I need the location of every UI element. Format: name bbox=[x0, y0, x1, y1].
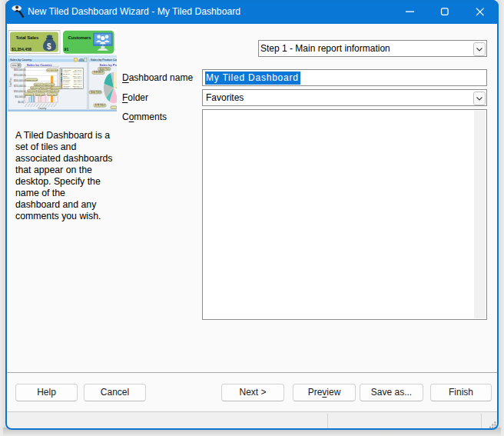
svg-text:$55,334.1: $55,334.1 bbox=[32, 87, 41, 89]
svg-text:$150,000.00: $150,000.00 bbox=[14, 85, 26, 88]
svg-text:$ 9,867,00.0: $ 9,867,00.0 bbox=[48, 69, 59, 72]
svg-text:$250,000.00: $250,000.00 bbox=[14, 74, 26, 77]
svg-text:$1,354,458: $1,354,458 bbox=[12, 47, 32, 52]
svg-text:$30,284.6: $30,284.6 bbox=[50, 90, 59, 92]
svg-text:$: $ bbox=[47, 42, 51, 51]
svg-text:Customers: Customers bbox=[68, 35, 92, 40]
svg-text:$ 6,404.80: $ 6,404.80 bbox=[52, 87, 61, 89]
svg-text:$0.00: $0.00 bbox=[18, 101, 24, 104]
svg-text:$200,000.00: $200,000.00 bbox=[14, 79, 26, 82]
svg-text:$104,774.5: $104,774.5 bbox=[100, 68, 111, 71]
svg-text:$ 78,735.0: $ 78,735.0 bbox=[95, 104, 105, 107]
svg-text:Total Price: Total Price bbox=[9, 77, 12, 87]
svg-text:$105,408.3: $105,408.3 bbox=[36, 94, 46, 96]
svg-text:$50,000.00: $50,000.00 bbox=[15, 95, 26, 98]
svg-text:$135,496.00: $135,496.00 bbox=[27, 79, 38, 82]
svg-text:$19,775.0: $19,775.0 bbox=[28, 90, 38, 92]
svg-text:$300,000.00: $300,000.00 bbox=[14, 68, 26, 72]
svg-text:$ 70,470.1: $ 70,470.1 bbox=[48, 94, 57, 96]
svg-text:$57,317.3: $57,317.3 bbox=[25, 94, 35, 96]
svg-text:91: 91 bbox=[65, 47, 69, 52]
svg-text:$ 49,462.3: $ 49,462.3 bbox=[94, 71, 104, 74]
svg-text:$100,726.8: $100,726.8 bbox=[91, 91, 101, 94]
svg-text:Total Sales: Total Sales bbox=[16, 35, 39, 40]
svg-text:$85,498.76: $85,498.76 bbox=[38, 90, 48, 92]
svg-text:Ireland: Ireland bbox=[63, 87, 69, 88]
svg-text:$34,755.3: $34,755.3 bbox=[41, 87, 51, 89]
svg-text:$114,960.4: $114,960.4 bbox=[45, 84, 55, 86]
svg-text:$35,134.9: $35,134.9 bbox=[35, 84, 44, 86]
svg-text:Country: Country bbox=[38, 107, 47, 110]
svg-text:Sales by Country: Sales by Country bbox=[10, 58, 32, 62]
svg-text:Sales by Product: Sales by Product bbox=[100, 63, 118, 67]
svg-text:Sales by Product Category: Sales by Product Category bbox=[91, 58, 117, 62]
